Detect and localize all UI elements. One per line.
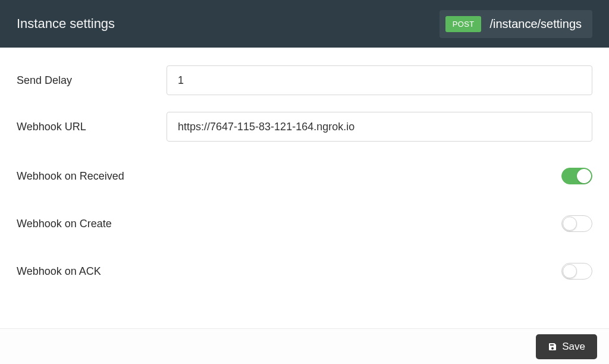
row-webhook-on-received: Webhook on Received <box>17 158 592 194</box>
label-webhook-on-received: Webhook on Received <box>17 170 124 183</box>
page-title: Instance settings <box>17 16 115 32</box>
webhook-url-input[interactable] <box>167 112 592 142</box>
save-icon <box>548 342 557 352</box>
endpoint-box: POST /instance/settings <box>440 10 592 38</box>
save-button[interactable]: Save <box>536 334 597 359</box>
toggle-webhook-on-create[interactable] <box>561 215 592 232</box>
http-method-badge: POST <box>445 16 482 32</box>
toggle-webhook-on-ack[interactable] <box>561 263 592 280</box>
save-button-label: Save <box>562 341 585 353</box>
row-webhook-on-ack: Webhook on ACK <box>17 253 592 289</box>
row-webhook-on-create: Webhook on Create <box>17 206 592 241</box>
row-webhook-url: Webhook URL <box>17 112 592 142</box>
send-delay-input[interactable] <box>167 65 592 95</box>
toggle-webhook-on-received[interactable] <box>561 168 592 184</box>
label-webhook-url: Webhook URL <box>17 121 167 133</box>
label-webhook-on-ack: Webhook on ACK <box>17 265 101 278</box>
label-send-delay: Send Delay <box>17 74 167 87</box>
endpoint-path: /instance/settings <box>489 17 582 31</box>
row-send-delay: Send Delay <box>17 65 592 95</box>
footer-bar: Save <box>0 328 609 364</box>
settings-form: Send Delay Webhook URL Webhook on Receiv… <box>0 48 609 289</box>
page-header: Instance settings POST /instance/setting… <box>0 0 609 48</box>
label-webhook-on-create: Webhook on Create <box>17 218 112 230</box>
